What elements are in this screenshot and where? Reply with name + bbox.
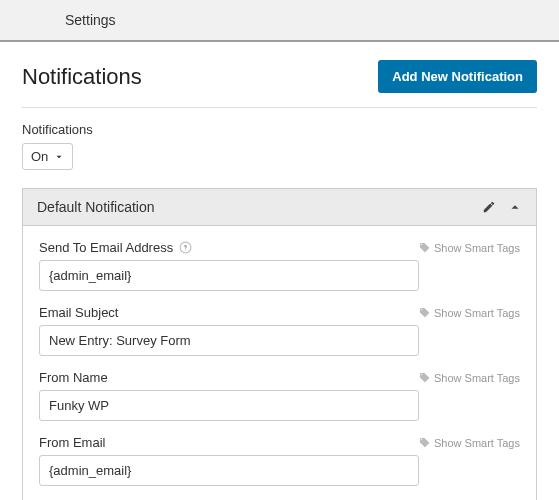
panel-body: Send To Email Address Show Smart Tags Em… bbox=[23, 226, 536, 500]
field-send-to: Send To Email Address Show Smart Tags bbox=[39, 240, 520, 291]
from-name-input[interactable] bbox=[39, 390, 419, 421]
smart-tags-link[interactable]: Show Smart Tags bbox=[419, 437, 520, 449]
notification-panel: Default Notification Send To Email Addre… bbox=[22, 188, 537, 500]
tab-settings[interactable]: Settings bbox=[65, 12, 116, 28]
from-email-input[interactable] bbox=[39, 455, 419, 486]
panel-title: Default Notification bbox=[37, 199, 155, 215]
send-to-input[interactable] bbox=[39, 260, 419, 291]
edit-icon[interactable] bbox=[482, 200, 496, 214]
tabs-bar: Settings bbox=[0, 0, 559, 42]
smart-tags-link[interactable]: Show Smart Tags bbox=[419, 242, 520, 254]
tag-icon bbox=[419, 372, 430, 383]
field-subject-label: Email Subject bbox=[39, 305, 118, 320]
subject-input[interactable] bbox=[39, 325, 419, 356]
notifications-toggle-label: Notifications bbox=[22, 122, 537, 137]
smart-tags-link[interactable]: Show Smart Tags bbox=[419, 307, 520, 319]
tag-icon bbox=[419, 307, 430, 318]
field-from-name: From Name Show Smart Tags bbox=[39, 370, 520, 421]
field-from-email: From Email Show Smart Tags bbox=[39, 435, 520, 486]
notifications-toggle-value: On bbox=[31, 149, 48, 164]
page-title: Notifications bbox=[22, 64, 142, 90]
notifications-toggle-select[interactable]: On bbox=[22, 143, 73, 170]
field-send-to-label: Send To Email Address bbox=[39, 240, 192, 255]
panel-header: Default Notification bbox=[23, 189, 536, 226]
smart-tags-link[interactable]: Show Smart Tags bbox=[419, 372, 520, 384]
tag-icon bbox=[419, 437, 430, 448]
field-from-name-label: From Name bbox=[39, 370, 108, 385]
collapse-icon[interactable] bbox=[508, 200, 522, 214]
header-row: Notifications Add New Notification bbox=[22, 60, 537, 93]
tag-icon bbox=[419, 242, 430, 253]
help-icon[interactable] bbox=[179, 241, 192, 254]
add-new-notification-button[interactable]: Add New Notification bbox=[378, 60, 537, 93]
field-subject: Email Subject Show Smart Tags bbox=[39, 305, 520, 356]
divider bbox=[22, 107, 537, 108]
content-area: Notifications Add New Notification Notif… bbox=[0, 42, 559, 500]
chevron-down-icon bbox=[54, 152, 64, 162]
field-from-email-label: From Email bbox=[39, 435, 105, 450]
panel-actions bbox=[482, 200, 522, 214]
